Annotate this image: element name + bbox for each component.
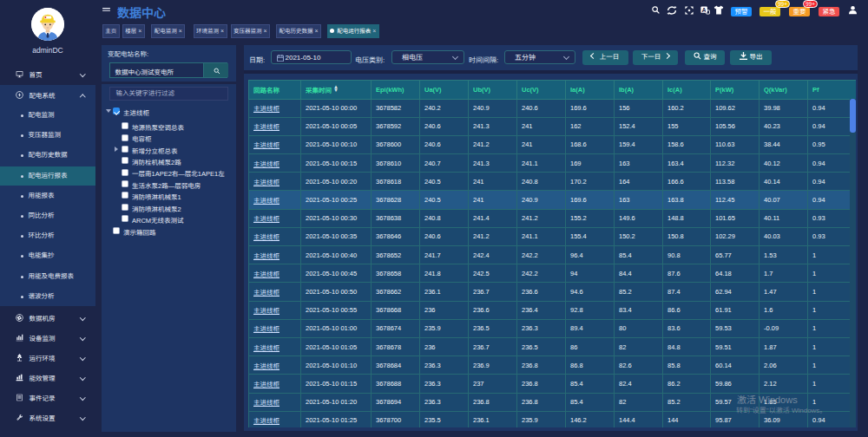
svg-text:A: A bbox=[701, 6, 706, 12]
